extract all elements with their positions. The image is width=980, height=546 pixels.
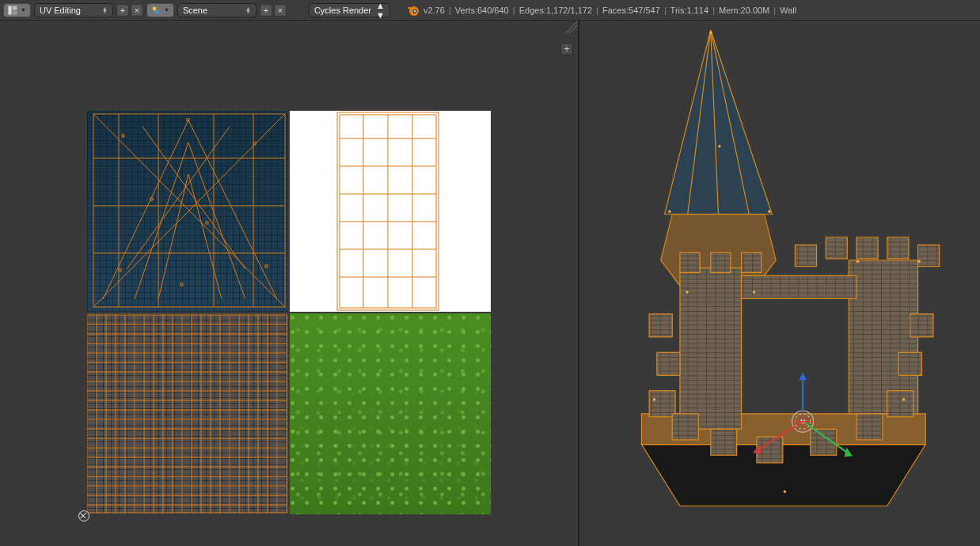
svg-rect-97	[887, 391, 914, 417]
render-engine-label: Cycles Render	[314, 6, 371, 15]
svg-rect-90	[742, 275, 857, 298]
stat-version: v2.76	[424, 6, 445, 15]
svg-rect-110	[710, 32, 712, 34]
svg-rect-119	[902, 398, 905, 400]
svg-rect-114	[686, 291, 689, 294]
editor-type-button[interactable]: ▼	[3, 3, 31, 17]
texture-quadrant-bottom-right	[290, 313, 491, 514]
svg-point-3	[153, 6, 157, 10]
svg-rect-92	[672, 414, 698, 440]
svg-rect-118	[653, 398, 655, 400]
stat-mem: Mem:20.00M	[719, 6, 769, 15]
texture-quadrant-top-left	[87, 111, 288, 312]
delete-screen-button[interactable]: ×	[131, 4, 143, 17]
svg-rect-96	[857, 414, 883, 440]
screen-layout-dropdown[interactable]: UV Editing ▲▼	[34, 3, 113, 17]
spinner-arrows-icon: ▲▼	[376, 1, 385, 20]
work-area: +	[0, 21, 980, 546]
scene-icon	[151, 6, 161, 15]
plus-icon: +	[120, 6, 125, 15]
svg-point-4	[155, 9, 160, 14]
svg-rect-88	[680, 268, 742, 430]
texture-quadrant-top-right	[290, 111, 491, 312]
svg-rect-103	[857, 237, 878, 259]
svg-marker-124	[799, 372, 807, 380]
stat-faces: Faces:547/547	[602, 6, 660, 15]
svg-rect-2	[13, 10, 17, 14]
stat-object: Wall	[780, 6, 796, 15]
3d-view-canvas[interactable]	[579, 21, 980, 546]
header-stats: v2.76 | Verts:640/640 | Edges:1,172/1,17…	[424, 6, 796, 15]
svg-rect-104	[887, 237, 909, 259]
plus-icon: +	[264, 6, 268, 15]
render-engine-dropdown[interactable]: Cycles Render ▲▼	[309, 3, 390, 17]
svg-marker-86	[665, 30, 773, 214]
svg-rect-109	[742, 252, 762, 272]
3d-viewport[interactable]	[579, 21, 980, 546]
svg-rect-113	[718, 145, 720, 147]
castle-mesh-icon	[590, 30, 970, 537]
svg-rect-102	[826, 237, 847, 259]
svg-rect-112	[768, 210, 770, 213]
close-icon: ×	[278, 6, 283, 15]
svg-rect-107	[680, 252, 700, 272]
svg-rect-98	[657, 352, 680, 375]
stat-verts: Verts:640/640	[455, 6, 509, 15]
svg-rect-94	[757, 437, 783, 463]
svg-rect-1	[13, 6, 17, 9]
area-corner-handle[interactable]	[565, 21, 578, 33]
add-screen-button[interactable]: +	[116, 4, 129, 17]
svg-rect-99	[649, 314, 672, 337]
svg-rect-101	[910, 314, 933, 337]
cursor-2d-icon	[70, 502, 97, 529]
svg-rect-116	[857, 260, 859, 263]
close-icon: ×	[135, 6, 139, 15]
spinner-arrows-icon: ▲▼	[102, 7, 108, 13]
scene-label: Scene	[183, 6, 207, 15]
chevron-down-icon: ▼	[164, 7, 169, 13]
delete-scene-button[interactable]: ×	[274, 4, 287, 17]
svg-rect-111	[668, 210, 670, 213]
svg-rect-117	[918, 260, 921, 263]
uv-texture-canvas[interactable]	[87, 111, 491, 514]
layout-icon	[8, 6, 17, 15]
svg-rect-93	[711, 429, 737, 455]
scene-browse-button[interactable]: ▼	[146, 3, 174, 17]
svg-marker-84	[641, 445, 925, 506]
stat-edges: Edges:1,172/1,172	[519, 6, 592, 15]
svg-rect-0	[9, 6, 12, 14]
toolbar-expand-button[interactable]: +	[560, 43, 573, 55]
add-scene-button[interactable]: +	[260, 4, 272, 17]
svg-rect-108	[711, 252, 731, 272]
svg-rect-91	[649, 391, 675, 417]
blender-logo-icon	[406, 3, 420, 17]
chevron-down-icon: ▼	[21, 7, 26, 13]
svg-rect-106	[795, 245, 816, 267]
svg-rect-115	[753, 291, 755, 294]
info-header: ▼ UV Editing ▲▼ + × ▼ Scene ▲▼ + × Cycle…	[0, 0, 980, 21]
spinner-arrows-icon: ▲▼	[245, 7, 251, 13]
screen-layout-label: UV Editing	[40, 6, 81, 15]
texture-quadrant-bottom-left	[87, 313, 288, 514]
svg-rect-100	[898, 352, 921, 375]
svg-point-7	[414, 9, 416, 11]
svg-rect-105	[918, 245, 940, 267]
scene-dropdown[interactable]: Scene ▲▼	[177, 3, 256, 17]
stat-tris: Tris:1,114	[670, 6, 709, 15]
uv-image-editor[interactable]: +	[0, 21, 579, 546]
svg-rect-120	[784, 491, 786, 493]
